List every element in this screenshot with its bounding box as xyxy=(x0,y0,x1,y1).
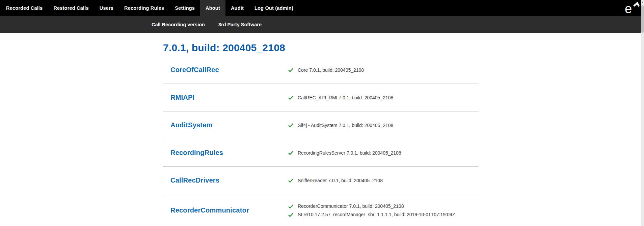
check-icon xyxy=(288,177,294,184)
svg-text:e: e xyxy=(625,2,632,15)
about-content: 7.0.1, build: 200405_2108 CoreOfCallRec … xyxy=(0,42,644,226)
component-row-callrecdrivers: CallRecDrivers SnifferReader 7.0.1, buil… xyxy=(163,167,479,194)
nav-item-recorded-calls[interactable]: Recorded Calls xyxy=(1,0,48,16)
component-name: RMIAPI xyxy=(163,94,288,101)
component-status: Core 7.0.1, build: 200405_2108 xyxy=(288,67,364,73)
status-text: Core 7.0.1, build: 200405_2108 xyxy=(298,67,364,73)
component-row-coreofcallrec: CoreOfCallRec Core 7.0.1, build: 200405_… xyxy=(163,56,479,84)
nav-item-restored-calls[interactable]: Restored Calls xyxy=(48,0,94,16)
status-text: SnifferReader 7.0.1, build: 200405_2108 xyxy=(298,178,383,183)
component-row-rmiapi: RMIAPI CallREC_API_RMI 7.0.1, build: 200… xyxy=(163,84,479,111)
component-name: RecordingRules xyxy=(163,149,288,157)
sub-navigation: Call Recording version 3rd Party Softwar… xyxy=(0,16,644,33)
component-status: CallREC_API_RMI 7.0.1, build: 200405_210… xyxy=(288,94,393,101)
check-icon xyxy=(288,94,294,101)
scroll-up-arrow-icon[interactable]: ▲ xyxy=(641,1,644,4)
scrollbar-thumb[interactable] xyxy=(641,5,644,33)
nav-item-logout[interactable]: Log Out (admin) xyxy=(249,0,299,16)
nav-item-about[interactable]: About xyxy=(200,0,225,16)
status-text: RecordingRulesServer 7.0.1, build: 20040… xyxy=(298,150,401,156)
nav-item-users[interactable]: Users xyxy=(94,0,119,16)
component-status: SnifferReader 7.0.1, build: 200405_2108 xyxy=(288,177,383,184)
check-icon xyxy=(288,67,294,73)
component-name: RecorderCommunicator xyxy=(163,206,288,214)
status-text: CallREC_API_RMI 7.0.1, build: 200405_210… xyxy=(298,95,393,100)
component-name: CallRecDrivers xyxy=(163,176,288,184)
nav-item-recording-rules[interactable]: Recording Rules xyxy=(119,0,169,16)
component-name: CoreOfCallRec xyxy=(163,66,288,74)
version-title: 7.0.1, build: 200405_2108 xyxy=(163,42,644,54)
status-text: RecorderCommunicator 7.0.1, build: 20040… xyxy=(298,203,404,209)
status-text: SLR/10.17.2.57_recordManager_sbr_1 1.1.1… xyxy=(298,212,455,217)
vertical-scrollbar[interactable]: ▲ xyxy=(641,0,644,226)
component-status: SLR/10.17.2.57_recordManager_sbr_1 1.1.1… xyxy=(288,212,455,218)
subnav-item-3rd-party-software[interactable]: 3rd Party Software xyxy=(213,16,267,33)
component-row-auditsystem: AuditSystem Slf4j - AuditSystem 7.0.1, b… xyxy=(163,111,479,139)
subnav-item-call-recording-version[interactable]: Call Recording version xyxy=(146,16,210,33)
status-text: Slf4j - AuditSystem 7.0.1, build: 200405… xyxy=(298,123,393,128)
component-row-recordingrules: RecordingRules RecordingRulesServer 7.0.… xyxy=(163,139,479,167)
top-navigation: Recorded Calls Restored Calls Users Reco… xyxy=(0,0,644,16)
component-row-recordercommunicator: RecorderCommunicator RecorderCommunicato… xyxy=(163,194,479,226)
nav-item-settings[interactable]: Settings xyxy=(169,0,200,16)
check-icon xyxy=(288,150,294,156)
component-status: RecorderCommunicator 7.0.1, build: 20040… xyxy=(288,203,455,209)
component-list: CoreOfCallRec Core 7.0.1, build: 200405_… xyxy=(163,56,479,226)
eleveo-logo-icon: e xyxy=(624,0,640,16)
component-status: RecordingRulesServer 7.0.1, build: 20040… xyxy=(288,150,401,156)
check-icon xyxy=(288,122,294,128)
check-icon xyxy=(288,203,294,209)
check-icon xyxy=(288,212,294,218)
component-status: Slf4j - AuditSystem 7.0.1, build: 200405… xyxy=(288,122,393,128)
component-name: AuditSystem xyxy=(163,121,288,129)
nav-item-audit[interactable]: Audit xyxy=(225,0,249,16)
